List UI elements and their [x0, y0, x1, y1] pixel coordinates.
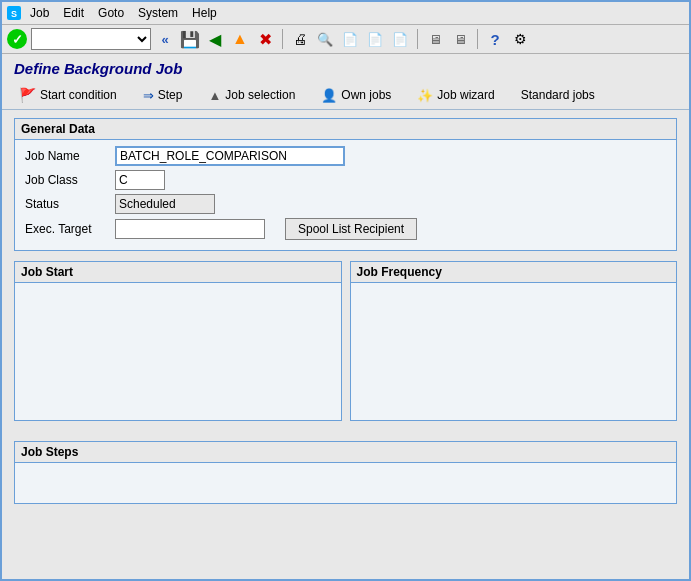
- nav-tabs: 🚩 Start condition ⇒ Step ▲ Job selection…: [2, 81, 689, 110]
- screen-button-2[interactable]: 🖥: [449, 28, 471, 50]
- exec-target-input[interactable]: [115, 219, 265, 239]
- tab-own-jobs-label: Own jobs: [341, 88, 391, 102]
- job-name-label: Job Name: [25, 149, 115, 163]
- screen-icon-1: 🖥: [429, 32, 442, 47]
- tab-step[interactable]: ⇒ Step: [134, 84, 192, 107]
- job-steps-body: [15, 463, 676, 503]
- check-icon: ✓: [7, 29, 27, 49]
- job-frequency-header: Job Frequency: [351, 262, 677, 283]
- copy-button-2[interactable]: 📄: [364, 28, 386, 50]
- up-icon: ▲: [232, 30, 248, 48]
- svg-text:S: S: [11, 9, 17, 19]
- tab-job-wizard[interactable]: ✨ Job wizard: [408, 84, 503, 107]
- back-button[interactable]: ◀: [204, 28, 226, 50]
- page-title: Define Background Job: [2, 54, 689, 81]
- job-frequency-section: Job Frequency: [350, 261, 678, 421]
- command-select[interactable]: [31, 28, 151, 50]
- spool-list-recipient-button[interactable]: Spool List Recipient: [285, 218, 417, 240]
- find-icon: 🔍: [317, 32, 333, 47]
- status-label: Status: [25, 197, 115, 211]
- confirm-button[interactable]: ✓: [6, 28, 28, 50]
- toolbar: ✓ « 💾 ◀ ▲ ✖ 🖨 �: [2, 25, 689, 54]
- wizard-icon: ✨: [417, 88, 433, 103]
- job-name-row: Job Name: [25, 146, 666, 166]
- tab-step-label: Step: [158, 88, 183, 102]
- job-start-header: Job Start: [15, 262, 341, 283]
- stop-button[interactable]: ✖: [254, 28, 276, 50]
- standard-jobs-label: Standard jobs: [521, 88, 595, 102]
- copy-icon-1: 📄: [342, 32, 358, 47]
- general-data-section: General Data Job Name Job Class Status: [14, 118, 677, 251]
- first-page-button[interactable]: «: [154, 28, 176, 50]
- menu-system[interactable]: System: [132, 4, 184, 22]
- menu-help[interactable]: Help: [186, 4, 223, 22]
- menu-goto[interactable]: Goto: [92, 4, 130, 22]
- settings-button[interactable]: ⚙: [509, 28, 531, 50]
- save-icon: 💾: [180, 30, 200, 49]
- up-button[interactable]: ▲: [229, 28, 251, 50]
- copy-button-1[interactable]: 📄: [339, 28, 361, 50]
- tab-job-wizard-label: Job wizard: [437, 88, 494, 102]
- print-button[interactable]: 🖨: [289, 28, 311, 50]
- stop-icon: ✖: [259, 30, 272, 49]
- tab-job-selection-label: Job selection: [225, 88, 295, 102]
- ownjobs-icon: 👤: [321, 88, 337, 103]
- menu-job[interactable]: Job: [24, 4, 55, 22]
- content-area: General Data Job Name Job Class Status: [2, 110, 689, 579]
- menu-bar: S Job Edit Goto System Help: [2, 2, 689, 25]
- settings-icon: ⚙: [514, 31, 527, 47]
- double-left-icon: «: [161, 32, 168, 47]
- print-icon: 🖨: [293, 31, 307, 47]
- exec-target-row: Exec. Target Spool List Recipient: [25, 218, 666, 240]
- status-input: [115, 194, 215, 214]
- general-data-header: General Data: [15, 119, 676, 140]
- screen-icon-2: 🖥: [454, 32, 467, 47]
- help-icon: ?: [490, 31, 499, 48]
- back-icon: ◀: [209, 30, 221, 49]
- separator-1: [282, 29, 283, 49]
- separator-2: [417, 29, 418, 49]
- save-button[interactable]: 💾: [179, 28, 201, 50]
- middle-sections: Job Start Job Frequency: [14, 261, 677, 431]
- help-button[interactable]: ?: [484, 28, 506, 50]
- job-steps-header: Job Steps: [15, 442, 676, 463]
- tab-start-condition[interactable]: 🚩 Start condition: [10, 83, 126, 107]
- job-start-section: Job Start: [14, 261, 342, 421]
- copy-icon-3: 📄: [392, 32, 408, 47]
- tab-start-condition-label: Start condition: [40, 88, 117, 102]
- main-window: S Job Edit Goto System Help ✓ « 💾 ◀: [0, 0, 691, 581]
- sap-icon: S: [6, 5, 22, 21]
- jobsel-icon: ▲: [208, 88, 221, 103]
- exec-target-label: Exec. Target: [25, 222, 115, 236]
- tab-job-selection[interactable]: ▲ Job selection: [199, 84, 304, 107]
- job-class-row: Job Class: [25, 170, 666, 190]
- job-class-input[interactable]: [115, 170, 165, 190]
- job-frequency-body: [351, 283, 677, 403]
- status-row: Status: [25, 194, 666, 214]
- screen-button-1[interactable]: 🖥: [424, 28, 446, 50]
- flag-icon: 🚩: [19, 87, 36, 103]
- find-button[interactable]: 🔍: [314, 28, 336, 50]
- job-steps-section: Job Steps: [14, 441, 677, 504]
- separator-3: [477, 29, 478, 49]
- job-start-body: [15, 283, 341, 403]
- job-name-input[interactable]: [115, 146, 345, 166]
- job-class-label: Job Class: [25, 173, 115, 187]
- menu-edit[interactable]: Edit: [57, 4, 90, 22]
- copy-button-3[interactable]: 📄: [389, 28, 411, 50]
- tab-own-jobs[interactable]: 👤 Own jobs: [312, 84, 400, 107]
- general-data-body: Job Name Job Class Status Exec. Target: [15, 140, 676, 250]
- copy-icon-2: 📄: [367, 32, 383, 47]
- step-icon: ⇒: [143, 88, 154, 103]
- tab-standard-jobs[interactable]: Standard jobs: [512, 84, 604, 106]
